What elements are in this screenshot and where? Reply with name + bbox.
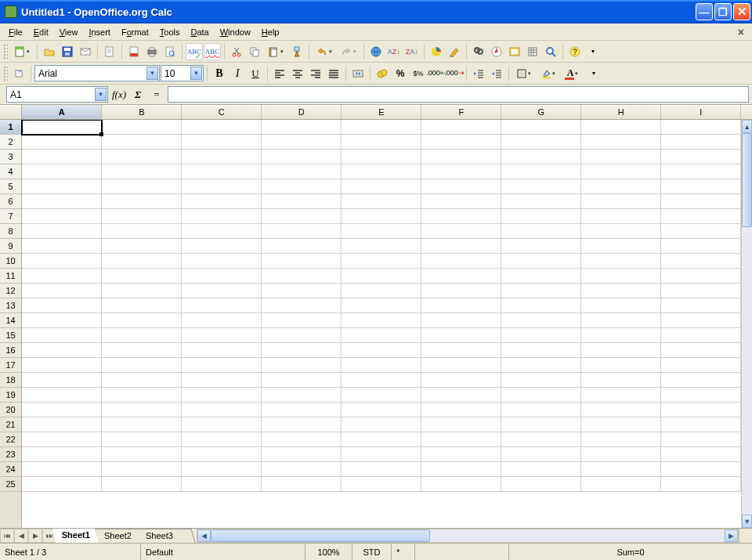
cell-C2[interactable] [182,135,262,150]
cell-I6[interactable] [661,194,741,209]
cell-I7[interactable] [661,209,741,224]
merge-cells-button[interactable] [349,65,367,82]
cell-C4[interactable] [182,164,262,179]
cell-E24[interactable] [342,462,421,477]
cell-A18[interactable] [22,373,102,388]
save-button[interactable] [59,43,76,60]
new-document-button[interactable] [10,43,34,60]
column-header-E[interactable]: E [342,105,421,119]
cell-E23[interactable] [342,447,421,462]
menu-edit[interactable]: Edit [28,26,54,38]
cell-H8[interactable] [581,224,661,239]
cell-E19[interactable] [342,388,421,403]
copy-button[interactable] [246,43,263,60]
row-header-15[interactable]: 15 [0,328,21,343]
cell-I9[interactable] [661,239,741,254]
row-header-20[interactable]: 20 [0,403,21,417]
cell-B14[interactable] [102,313,182,328]
delete-decimal-button[interactable]: .000⇥ [446,65,463,82]
autospellcheck-button[interactable]: ABC [204,43,221,60]
menu-data[interactable]: Data [185,26,214,38]
cell-I1[interactable] [661,120,741,135]
show-draw-functions-button[interactable] [446,43,463,60]
cell-H6[interactable] [581,194,661,209]
cell-F9[interactable] [421,239,501,254]
cell-D23[interactable] [262,447,342,462]
cell-C5[interactable] [182,179,262,194]
cell-D9[interactable] [262,239,342,254]
align-justify-button[interactable] [325,65,342,82]
gallery-button[interactable] [506,43,523,60]
decrease-indent-button[interactable] [470,65,487,82]
row-header-4[interactable]: 4 [0,164,21,179]
row-header-3[interactable]: 3 [0,150,21,164]
vertical-scrollbar[interactable]: ▲ ▼ [741,120,752,528]
cell-C10[interactable] [182,254,262,269]
cell-A16[interactable] [22,343,102,358]
cell-G13[interactable] [501,298,581,313]
cell-E4[interactable] [342,164,421,179]
cell-G22[interactable] [501,432,581,447]
column-header-C[interactable]: C [182,105,262,119]
cell-C12[interactable] [182,284,262,298]
row-header-10[interactable]: 10 [0,254,21,269]
cell-I18[interactable] [661,373,741,388]
row-header-2[interactable]: 2 [0,135,21,150]
italic-button[interactable]: I [229,65,246,82]
cell-C16[interactable] [182,343,262,358]
cell-A5[interactable] [22,179,102,194]
cell-I10[interactable] [661,254,741,269]
cell-F3[interactable] [421,150,501,164]
cell-H7[interactable] [581,209,661,224]
cell-B11[interactable] [102,269,182,284]
format-paintbrush-button[interactable] [288,43,306,60]
row-header-18[interactable]: 18 [0,373,21,388]
cell-C11[interactable] [182,269,262,284]
cell-E7[interactable] [342,209,421,224]
cell-G19[interactable] [501,388,581,403]
sheet-tab-1[interactable]: Sheet1 [52,529,101,543]
cell-I4[interactable] [661,164,741,179]
cell-H16[interactable] [581,343,661,358]
column-header-H[interactable]: H [581,105,661,119]
cell-C1[interactable] [182,120,262,135]
cell-I3[interactable] [661,150,741,164]
cell-E18[interactable] [342,373,421,388]
row-header-21[interactable]: 21 [0,417,21,432]
column-header-B[interactable]: B [102,105,182,119]
scroll-left-button[interactable]: ◀ [197,529,211,542]
cell-D14[interactable] [262,313,342,328]
cell-A25[interactable] [22,477,102,492]
help-button[interactable]: ? [566,43,584,60]
spellcheck-button[interactable]: ABC✓ [186,43,203,60]
cell-D25[interactable] [262,477,342,492]
cell-G5[interactable] [501,179,581,194]
menu-format[interactable]: Format [116,26,154,38]
cell-I13[interactable] [661,298,741,313]
row-header-25[interactable]: 25 [0,477,21,492]
increase-indent-button[interactable] [488,65,505,82]
cell-I5[interactable] [661,179,741,194]
cell-D22[interactable] [262,432,342,447]
scroll-down-button[interactable]: ▼ [742,515,752,528]
cell-H17[interactable] [581,358,661,373]
redo-button[interactable] [337,43,360,60]
cell-G12[interactable] [501,284,581,298]
insert-chart-button[interactable] [428,43,445,60]
menu-file[interactable]: File [3,26,28,38]
cell-H20[interactable] [581,403,661,417]
cell-I21[interactable] [661,417,741,432]
cell-F2[interactable] [421,135,501,150]
export-pdf-button[interactable] [125,43,143,60]
cell-A8[interactable] [22,224,102,239]
cell-G3[interactable] [501,150,581,164]
cell-F13[interactable] [421,298,501,313]
toolbar-grip[interactable] [3,66,8,81]
cell-H10[interactable] [581,254,661,269]
cell-F12[interactable] [421,284,501,298]
cell-I14[interactable] [661,313,741,328]
cell-I25[interactable] [661,477,741,492]
cell-I2[interactable] [661,135,741,150]
row-header-22[interactable]: 22 [0,432,21,447]
cell-E8[interactable] [342,224,421,239]
